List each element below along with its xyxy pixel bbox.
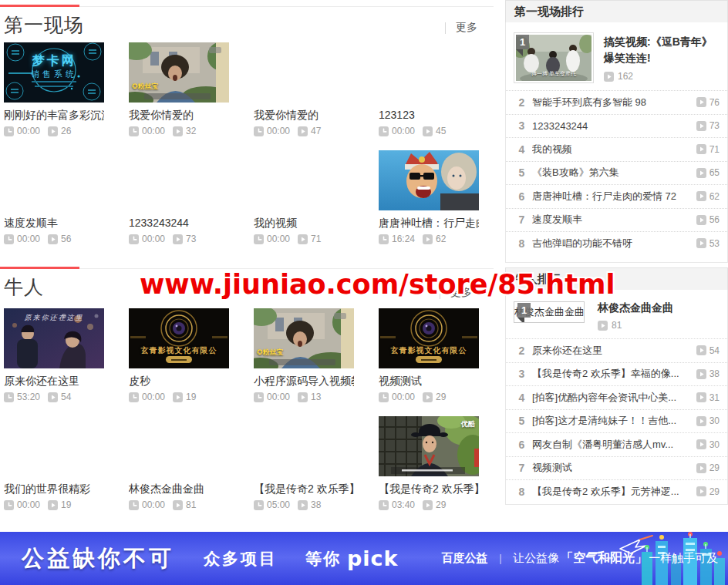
ranking-title[interactable]: 吉他弹唱的功能不错呀 — [532, 237, 690, 250]
ranking-row[interactable]: 3 1233243244 73 — [506, 114, 727, 138]
video-duration: 00:00 — [267, 234, 290, 244]
video-thumbnail[interactable]: ✪粉丝宝 — [254, 308, 354, 368]
ranking-title[interactable]: 视频测试 — [532, 461, 690, 475]
video-thumbnail-empty[interactable] — [254, 42, 354, 103]
ranking-row[interactable]: 5 [拍客]这才是清纯妹子！！吉他... 30 — [506, 409, 727, 433]
video-thumbnail[interactable]: 梦卡网 销售系统 — [4, 42, 104, 103]
play-count-icon — [696, 191, 706, 201]
ranking-title[interactable]: 《装B攻略》第六集 — [532, 166, 690, 180]
video-thumbnail[interactable]: ✪粉丝宝 — [129, 42, 229, 103]
video-card[interactable]: 唐唐神吐槽：行尸走肉 16:24 62 — [379, 150, 479, 244]
video-card[interactable]: 【我是传奇2 欢乐季】 05:00 38 — [254, 416, 354, 510]
video-title[interactable]: 唐唐神吐槽：行尸走肉 — [379, 217, 479, 230]
video-thumbnail-empty[interactable] — [129, 150, 229, 210]
featured-ranking-item[interactable]: 林俊杰金曲金曲1 林俊杰金曲金曲 81 — [506, 290, 727, 338]
ranking-row[interactable]: 4 [拍客]优酷内容年会资讯中心美... 31 — [506, 385, 727, 409]
video-thumbnail[interactable]: 原来你还在这里 — [4, 308, 104, 368]
video-title[interactable]: 我们的世界很精彩 — [4, 482, 104, 496]
ranking-title[interactable]: 【我是传奇2 欢乐季】幸福的像... — [532, 367, 690, 381]
ranking-header-talents: 牛人排行 — [505, 267, 728, 291]
video-card[interactable]: 林俊杰金曲金曲 00:00 81 — [129, 416, 229, 510]
video-card[interactable]: 玄青影视文化有限公 皮秒 00:00 19 — [129, 308, 229, 402]
featured-thumbnail[interactable]: 1 搏一搏 单车变摩托 — [514, 32, 594, 83]
video-title[interactable]: 刚刚好的丰富多彩沉沉 — [4, 109, 104, 123]
charity-ad-banner[interactable]: 公益缺你不可 众多项目 等你 pick 百度公益 ｜ 让公益像 「空气和阳光」 … — [0, 532, 728, 585]
ranking-title[interactable]: 【我是传奇2 欢乐季】元芳神逻... — [532, 485, 690, 499]
video-card[interactable]: ✪粉丝宝 小程序源码导入视频教 00:00 13 — [254, 308, 354, 402]
video-thumbnail[interactable]: 玄青影视文化有限公 — [129, 308, 229, 368]
ranking-row[interactable]: 6 网友自制《潘粤明董洁感人mv... 30 — [506, 432, 727, 456]
video-card[interactable]: 我的视频 00:00 71 — [254, 150, 354, 244]
ranking-title[interactable]: 唐唐神吐槽：行尸走肉的爱情 72 — [532, 190, 690, 203]
video-title[interactable]: 视频测试 — [379, 375, 479, 388]
ranking-title[interactable]: 原来你还在这里 — [532, 344, 690, 358]
ranking-row[interactable]: 3 【我是传奇2 欢乐季】幸福的像... 38 — [506, 362, 727, 386]
ranking-row[interactable]: 7 视频测试 29 — [506, 456, 727, 480]
video-title[interactable]: 【我是传奇2 欢乐季】 — [379, 482, 479, 496]
ranking-row[interactable]: 2 智能手环到底有多智能 98 76 — [506, 90, 727, 114]
video-title[interactable]: 1233243244 — [129, 217, 229, 230]
ranking-box-talents: 林俊杰金曲金曲1 林俊杰金曲金曲 81 2 原来你还在这里 54 3 【我是传奇… — [505, 290, 728, 505]
ranking-title[interactable]: [拍客]优酷内容年会资讯中心美... — [532, 391, 690, 405]
ranking-row[interactable]: 8 【我是传奇2 欢乐季】元芳神逻... 29 — [506, 479, 727, 503]
rank-number: 5 — [511, 166, 532, 179]
video-title[interactable]: 【我是传奇2 欢乐季】 — [254, 482, 354, 496]
rank-number: 2 — [511, 96, 532, 109]
video-thumbnail[interactable]: 玄青影视文化有限公 — [379, 308, 479, 368]
video-card[interactable]: 梦卡网 销售系统 刚刚好的丰富多彩沉沉 00:00 26 — [4, 42, 104, 136]
video-title[interactable]: 我的视频 — [254, 217, 354, 230]
video-duration: 00:00 — [267, 392, 290, 402]
more-link-wrap[interactable]: 更多 — [445, 21, 477, 35]
more-link-wrap[interactable]: 更多 — [440, 286, 472, 300]
featured-text-thumbnail[interactable]: 林俊杰金曲金曲1 — [514, 301, 585, 323]
video-title[interactable]: 林俊杰金曲金曲 — [129, 482, 229, 496]
banner-tagline-prefix: 让公益像 — [513, 551, 559, 566]
ranking-row[interactable]: 5 《装B攻略》第六集 65 — [506, 161, 727, 185]
video-card[interactable]: 玄青影视文化有限公 视频测试 00:00 29 — [379, 308, 479, 402]
video-thumbnail-empty[interactable] — [4, 416, 104, 476]
ranking-row[interactable]: 4 我的视频 71 — [506, 137, 727, 161]
ranking-row[interactable]: 2 原来你还在这里 54 — [506, 338, 727, 362]
video-row: 我们的世界很精彩 00:00 19 林俊杰金曲金曲 00:00 81 【我是传奇… — [4, 416, 479, 510]
featured-ranking-item[interactable]: 1 搏一搏 单车变摩托 搞笑视频:《逗B青年》爆笑连连! 162 — [506, 22, 727, 90]
video-title[interactable]: 皮秒 — [129, 375, 229, 388]
ranking-row[interactable]: 8 吉他弹唱的功能不错呀 53 — [506, 231, 727, 255]
video-card[interactable]: 1233243244 00:00 73 — [129, 150, 229, 244]
ranking-row[interactable]: 7 速度发顺丰 56 — [506, 208, 727, 232]
video-thumbnail-empty[interactable] — [379, 42, 479, 103]
video-thumbnail-empty[interactable] — [254, 150, 354, 210]
video-card[interactable]: 优酷 【我是传奇2 欢乐季】 03:40 29 — [379, 416, 479, 510]
video-title[interactable]: 我爱你情爱的 — [254, 109, 354, 123]
video-title[interactable]: 原来你还在这里 — [4, 375, 104, 388]
video-card[interactable]: 我们的世界很精彩 00:00 19 — [4, 416, 104, 510]
video-meta: 00:00 71 — [254, 234, 354, 244]
ranking-title[interactable]: 1233243244 — [532, 120, 690, 132]
video-thumbnail-empty[interactable] — [254, 416, 354, 476]
play-count-icon — [298, 126, 308, 136]
featured-title[interactable]: 林俊杰金曲金曲 — [598, 301, 673, 315]
video-thumbnail[interactable]: 优酷 — [379, 416, 479, 476]
featured-title[interactable]: 搞笑视频:《逗B青年》爆笑连连! — [604, 34, 720, 66]
ranking-title[interactable]: 网友自制《潘粤明董洁感人mv... — [532, 438, 690, 452]
video-card[interactable]: 原来你还在这里 原来你还在这里 53:20 54 — [4, 308, 104, 402]
video-title[interactable]: 小程序源码导入视频教 — [254, 375, 354, 388]
ranking-title[interactable]: 我的视频 — [532, 143, 690, 156]
video-card[interactable]: 我爱你情爱的 00:00 47 — [254, 42, 354, 136]
more-link[interactable]: 更多 — [450, 286, 472, 300]
ranking-title[interactable]: 智能手环到底有多智能 98 — [532, 96, 690, 109]
ranking-title[interactable]: 速度发顺丰 — [532, 213, 690, 227]
play-count-icon — [696, 439, 706, 449]
video-plays: 13 — [311, 392, 321, 402]
video-thumbnail-empty[interactable] — [129, 416, 229, 476]
video-title[interactable]: 速度发顺丰 — [4, 217, 104, 230]
video-title[interactable]: 我爱你情爱的 — [129, 109, 229, 123]
video-thumbnail-empty[interactable] — [4, 150, 104, 210]
ranking-row[interactable]: 6 唐唐神吐槽：行尸走肉的爱情 72 62 — [506, 184, 727, 208]
video-thumbnail[interactable] — [379, 150, 479, 210]
more-link[interactable]: 更多 — [456, 21, 477, 35]
video-card[interactable]: ✪粉丝宝 我爱你情爱的 00:00 32 — [129, 42, 229, 136]
video-card[interactable]: 速度发顺丰 00:00 56 — [4, 150, 104, 244]
ranking-title[interactable]: [拍客]这才是清纯妹子！！吉他... — [532, 414, 690, 428]
video-title[interactable]: 123123 — [379, 109, 479, 123]
video-card[interactable]: 123123 00:00 45 — [379, 42, 479, 136]
